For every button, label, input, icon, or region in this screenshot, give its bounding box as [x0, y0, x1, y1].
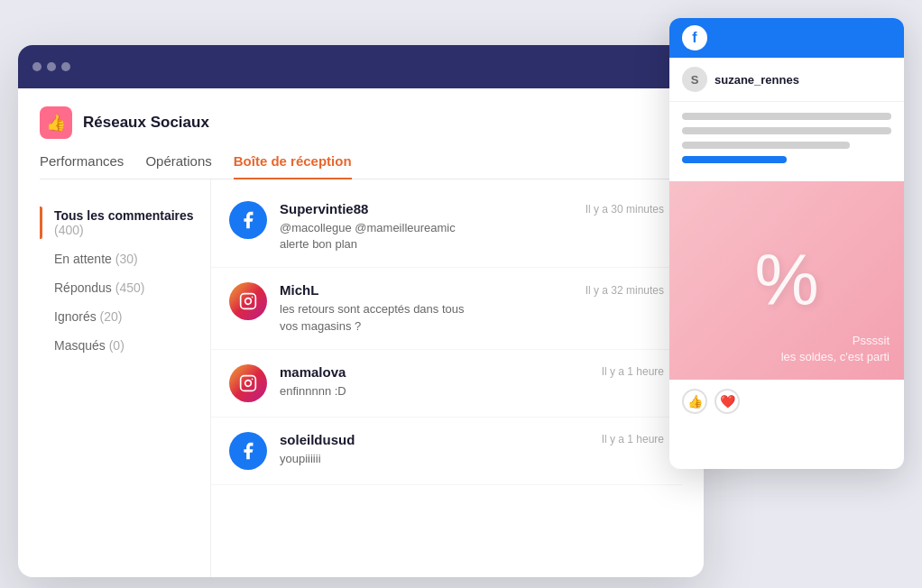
message-item[interactable]: mamalova Il y a 1 heure enfinnnnn :D — [211, 350, 682, 418]
nav-tabs: Performances Opérations Boîte de récepti… — [40, 153, 682, 179]
caption-line2: les soldes, c'est parti — [781, 349, 890, 365]
sidebar-item-replied[interactable]: Répondus (450) — [40, 273, 210, 302]
message-header: Supervintie88 Il y a 30 minutes — [280, 201, 664, 216]
app-icon: 👍 — [40, 106, 72, 139]
message-text: les retours sont acceptés dans tousvos m… — [280, 301, 664, 334]
message-time: Il y a 30 minutes — [585, 203, 664, 216]
sidebar-item-all[interactable]: Tous les commentaires (400) — [40, 201, 210, 244]
message-header: soleildusud Il y a 1 heure — [280, 432, 664, 447]
message-content: MichL Il y a 32 minutes les retours sont… — [280, 282, 664, 334]
message-content: mamalova Il y a 1 heure enfinnnnn :D — [280, 364, 664, 400]
fb-user-row: S suzane_rennes — [669, 58, 904, 102]
message-item[interactable]: MichL Il y a 32 minutes les retours sont… — [211, 268, 682, 349]
sidebar-label-waiting: En attente — [54, 252, 112, 266]
sidebar-label-ignored: Ignorés — [54, 309, 97, 324]
avatar-instagram — [229, 282, 267, 320]
message-text: youpiiiiii — [280, 451, 664, 467]
svg-rect-0 — [241, 294, 256, 309]
fb-text-lines — [669, 102, 904, 181]
message-header: MichL Il y a 32 minutes — [280, 282, 664, 298]
message-item[interactable]: soleildusud Il y a 1 heure youpiiiiii — [211, 418, 682, 485]
caption-line1: Pssssit — [781, 333, 890, 349]
like-button[interactable]: 👍 — [682, 389, 707, 414]
content-area: Tous les commentaires (400) En attente (… — [40, 179, 682, 577]
message-time: Il y a 1 heure — [602, 365, 664, 378]
sidebar-count-all: (400) — [54, 223, 84, 237]
message-username: Supervintie88 — [280, 201, 368, 216]
dot-1 — [32, 62, 41, 71]
text-line-2 — [682, 127, 891, 134]
message-text: enfinnnnn :D — [280, 383, 664, 400]
sidebar-label-replied: Répondus — [54, 280, 112, 295]
sidebar-label-masked: Masqués — [54, 338, 106, 353]
app-title: Réseaux Sociaux — [83, 114, 209, 132]
avatar-facebook — [229, 432, 267, 470]
sidebar-item-masked[interactable]: Masqués (0) — [40, 331, 210, 360]
text-line-3 — [682, 142, 850, 149]
sidebar-count-waiting: (30) — [115, 252, 138, 266]
tab-operations[interactable]: Opérations — [145, 153, 211, 179]
message-time: Il y a 32 minutes — [585, 284, 664, 297]
message-header: mamalova Il y a 1 heure — [280, 364, 664, 380]
sidebar: Tous les commentaires (400) En attente (… — [40, 179, 211, 577]
sidebar-item-waiting[interactable]: En attente (30) — [40, 244, 210, 273]
window-controls — [32, 62, 70, 71]
messages-list: Supervintie88 Il y a 30 minutes @macolle… — [211, 179, 682, 577]
sidebar-count-replied: (450) — [115, 280, 145, 295]
message-username: soleildusud — [280, 432, 355, 447]
message-content: Supervintie88 Il y a 30 minutes @macolle… — [280, 201, 664, 253]
sidebar-count-ignored: (20) — [100, 309, 123, 324]
avatar-facebook — [229, 201, 267, 239]
svg-rect-2 — [241, 375, 256, 390]
tab-performances[interactable]: Performances — [40, 153, 124, 179]
text-line-blue — [682, 156, 787, 163]
avatar-instagram — [229, 364, 267, 402]
fb-username: suzane_rennes — [715, 73, 799, 87]
app-header: 👍 Réseaux Sociaux — [40, 106, 682, 139]
sidebar-label-all: Tous les commentaires — [54, 208, 194, 223]
title-bar — [18, 45, 704, 88]
fb-panel: f S suzane_rennes % Pssssit les soldes, … — [669, 18, 904, 469]
message-username: mamalova — [280, 364, 346, 380]
fb-panel-header: f — [669, 18, 904, 58]
sidebar-count-masked: (0) — [109, 338, 124, 353]
outer-wrapper: 👍 Réseaux Sociaux Performances Opération… — [18, 18, 904, 588]
facebook-logo: f — [682, 25, 707, 51]
fb-image: % Pssssit les soldes, c'est parti — [669, 181, 904, 380]
dot-3 — [61, 62, 70, 71]
text-line-1 — [682, 113, 891, 120]
app-icon-emoji: 👍 — [46, 113, 66, 133]
message-content: soleildusud Il y a 1 heure youpiiiiii — [280, 432, 664, 467]
app-window: 👍 Réseaux Sociaux Performances Opération… — [18, 45, 704, 577]
heart-button[interactable]: ❤️ — [715, 389, 740, 414]
sidebar-item-ignored[interactable]: Ignorés (20) — [40, 302, 210, 331]
message-item[interactable]: Supervintie88 Il y a 30 minutes @macolle… — [211, 187, 682, 268]
message-username: MichL — [280, 282, 318, 298]
tab-boite[interactable]: Boîte de réception — [234, 153, 352, 179]
fb-image-caption: Pssssit les soldes, c'est parti — [781, 333, 890, 365]
percent-symbol: % — [754, 239, 818, 322]
fb-reactions: 👍 ❤️ — [669, 380, 904, 423]
message-time: Il y a 1 heure — [602, 433, 664, 446]
dot-2 — [47, 62, 56, 71]
message-text: @macollegue @mameilleureamicalerte bon p… — [280, 220, 664, 253]
fb-user-avatar: S — [682, 67, 707, 92]
app-body: 👍 Réseaux Sociaux Performances Opération… — [18, 88, 704, 577]
